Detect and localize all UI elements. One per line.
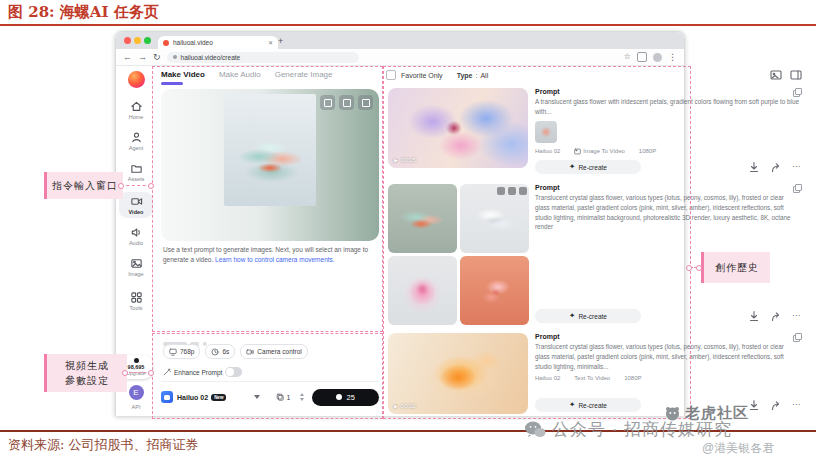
tools-grid-icon: [130, 291, 143, 304]
image-download-icon[interactable]: [497, 187, 505, 195]
sidebar-item-image[interactable]: Image: [119, 254, 153, 280]
duration-chip[interactable]: 6s: [205, 344, 235, 359]
annotation-connector: [121, 185, 151, 186]
sidebar-item-video[interactable]: Video: [119, 192, 153, 218]
browser-toolbar: ← → ↻ hailuoai.video/create ☆ ⋮: [116, 49, 684, 66]
download-icon[interactable]: [748, 310, 760, 322]
image-expand-icon[interactable]: [519, 187, 527, 195]
history-video-thumbnail[interactable]: ▶00:05: [388, 88, 528, 168]
browser-tab[interactable]: hailuoai.video ✕: [158, 36, 278, 49]
favorite-only-checkbox[interactable]: [386, 70, 396, 80]
reload-icon[interactable]: ↻: [153, 53, 161, 62]
address-bar[interactable]: hailuoai.video/create: [167, 52, 359, 63]
generate-button[interactable]: 25: [312, 389, 379, 406]
reference-thumbnail[interactable]: [535, 121, 557, 143]
type-filter-value[interactable]: All: [480, 72, 488, 79]
minimize-window-button[interactable]: [134, 37, 141, 44]
history-item-details: Prompt A translucent glass flower with i…: [535, 88, 800, 155]
history-video-thumbnail[interactable]: ▶00:02: [388, 333, 528, 414]
sidebar-item-assets[interactable]: Assets: [119, 159, 153, 185]
maximize-window-button[interactable]: [144, 37, 151, 44]
model-new-badge: New: [211, 394, 226, 401]
download-icon[interactable]: [748, 399, 760, 411]
close-tab-icon[interactable]: ✕: [268, 39, 273, 46]
history-item-details: Prompt Translucent crystal glass flower,…: [535, 333, 800, 381]
card-view-icon[interactable]: [770, 69, 782, 81]
camera-control-chip[interactable]: Camera control: [240, 344, 307, 359]
recreate-button[interactable]: ✦Re-create: [535, 309, 641, 323]
sidebar-item-audio[interactable]: Audio: [119, 223, 153, 249]
model-tag: Hailuo 02: [535, 148, 560, 154]
share-icon[interactable]: [770, 399, 782, 411]
resolution-tag: 1080P: [639, 148, 656, 154]
sidebar-item-tools[interactable]: Tools: [119, 288, 153, 314]
play-icon[interactable]: ▶: [394, 157, 398, 163]
extensions-icon[interactable]: [637, 52, 647, 62]
hailuo-logo[interactable]: [128, 71, 145, 88]
browser-menu-icon[interactable]: ⋮: [668, 53, 677, 62]
stepper-up-icon[interactable]: [300, 393, 304, 396]
share-icon[interactable]: [770, 310, 782, 322]
history-item-actions: ✦Re-create ⋯: [535, 309, 800, 323]
site-security-icon: [173, 55, 177, 59]
resolution-value: 768p: [180, 348, 194, 355]
tab-make-video[interactable]: Make Video: [161, 70, 205, 85]
forward-icon[interactable]: →: [138, 53, 147, 62]
hero-actions: [320, 95, 373, 110]
download-icon[interactable]: [748, 161, 760, 173]
reference-flower-image: [224, 94, 316, 206]
cost-value: 25: [346, 393, 354, 402]
enhance-prompt-control[interactable]: Enhance Prompt: [163, 366, 247, 379]
params-divider: [161, 381, 379, 382]
camera-movements-link[interactable]: Learn how to control camera movements.: [215, 256, 335, 263]
sidebar-item-agent[interactable]: Agent: [119, 128, 153, 154]
favorite-only-label: Favorite Only: [401, 72, 443, 79]
collapse-panel-icon[interactable]: [790, 69, 802, 81]
more-options-icon[interactable]: ⋯: [792, 163, 800, 171]
prompt-text: Translucent crystal glass flower, variou…: [535, 193, 800, 232]
enhance-toggle[interactable]: [225, 367, 242, 377]
image-favorite-icon[interactable]: [508, 187, 516, 195]
figure-page: 图 28: 海螺AI 任务页 hailuoai.video ✕ + ← → ↻ …: [0, 0, 816, 464]
history-image-grid[interactable]: [388, 184, 529, 325]
profile-avatar-icon[interactable]: [653, 53, 662, 62]
annotation-history: 創作歷史: [701, 252, 770, 283]
back-icon[interactable]: ←: [123, 53, 132, 62]
quantity-stepper[interactable]: [300, 393, 304, 401]
more-options-icon[interactable]: ⋯: [792, 401, 800, 409]
generated-image[interactable]: [388, 184, 457, 253]
output-quantity[interactable]: 1: [276, 393, 290, 401]
new-tab-button[interactable]: +: [278, 36, 283, 46]
tab-generate-image[interactable]: Generate Image: [275, 70, 333, 85]
share-icon[interactable]: [770, 161, 782, 173]
user-avatar[interactable]: E: [129, 385, 144, 400]
copy-icon[interactable]: [339, 95, 354, 110]
tab-title: hailuoai.video: [173, 39, 264, 46]
generated-image[interactable]: [460, 184, 529, 253]
generated-image[interactable]: [388, 256, 457, 325]
close-window-button[interactable]: [124, 37, 131, 44]
tab-make-audio[interactable]: Make Audio: [219, 70, 261, 85]
resolution-chip[interactable]: 768p: [163, 344, 200, 359]
copy-prompt-icon[interactable]: [793, 184, 800, 191]
regenerate-icon[interactable]: [320, 95, 335, 110]
model-select-caret-icon[interactable]: [254, 395, 260, 399]
prompt-label: Prompt: [535, 184, 560, 191]
more-options-icon[interactable]: ⋯: [792, 312, 800, 320]
copy-prompt-icon[interactable]: [793, 88, 800, 95]
bookmark-star-icon[interactable]: ☆: [624, 53, 631, 61]
play-icon[interactable]: ▶: [394, 403, 398, 409]
sidebar-item-label: Video: [129, 209, 144, 215]
camera-control-label: Camera control: [257, 348, 301, 355]
delete-icon[interactable]: [358, 95, 373, 110]
reference-image-card[interactable]: [161, 89, 379, 241]
recreate-button[interactable]: ✦Re-create: [535, 160, 641, 174]
cost-coin-icon: [336, 394, 342, 400]
sidebar-item-home[interactable]: Home: [119, 97, 153, 123]
api-link[interactable]: API: [132, 404, 141, 410]
generated-image[interactable]: [460, 256, 529, 325]
copy-prompt-icon[interactable]: [793, 333, 800, 340]
recreate-button[interactable]: ✦Re-create: [535, 398, 641, 412]
stepper-down-icon[interactable]: [300, 398, 304, 401]
wechat-watermark-text: 公众号 · 招商传媒研究: [552, 418, 732, 441]
